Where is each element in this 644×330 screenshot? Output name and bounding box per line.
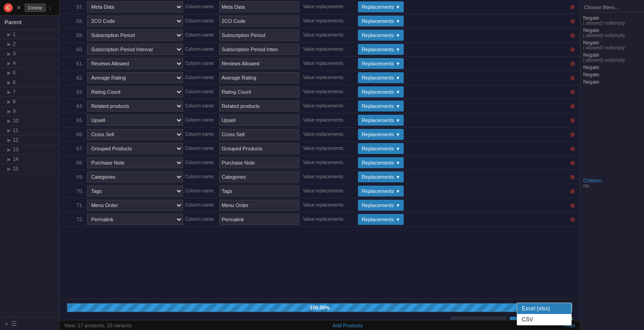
- sidebar-item[interactable]: ▶15: [0, 164, 59, 174]
- close-tab-button[interactable]: ✕: [16, 5, 21, 11]
- sidebar-item[interactable]: ▶6: [0, 78, 59, 87]
- field-select-4[interactable]: Reviews Allowed: [87, 58, 183, 69]
- column-name-input-5[interactable]: [219, 72, 299, 83]
- replacements-button-15[interactable]: Replacements ▼: [358, 214, 404, 225]
- add-products-link[interactable]: Add Products: [333, 323, 363, 328]
- column-name-input-2[interactable]: [219, 30, 299, 41]
- sidebar-item[interactable]: ▶13: [0, 145, 59, 154]
- sidebar-item[interactable]: ▶10: [0, 116, 59, 126]
- drag-handle-icon[interactable]: ::: [62, 188, 65, 194]
- field-select-2[interactable]: Subscription Period: [87, 30, 183, 41]
- field-select-10[interactable]: Grouped Products: [87, 143, 183, 154]
- sidebar-item[interactable]: ▶4: [0, 59, 59, 68]
- drag-handle-icon[interactable]: ::: [62, 202, 65, 208]
- sidebar-item[interactable]: ▶1: [0, 30, 59, 39]
- sidebar-item[interactable]: ▶3: [0, 49, 59, 59]
- field-select-0[interactable]: Meta Data: [87, 1, 183, 12]
- delete-row-button-2[interactable]: ⊗: [568, 32, 577, 39]
- delete-button[interactable]: Delete: [25, 4, 46, 12]
- replacements-button-10[interactable]: Replacements ▼: [358, 143, 404, 154]
- replacements-button-3[interactable]: Replacements ▼: [358, 44, 404, 55]
- column-name-input-15[interactable]: [219, 214, 299, 225]
- delete-row-button-8[interactable]: ⊗: [568, 117, 577, 124]
- delete-row-button-7[interactable]: ⊗: [568, 102, 577, 110]
- drag-handle-icon[interactable]: ::: [62, 18, 65, 24]
- column-name-input-11[interactable]: [219, 157, 299, 168]
- column-name-input-13[interactable]: [219, 186, 299, 197]
- delete-row-button-4[interactable]: ⊗: [568, 60, 577, 67]
- drag-handle-icon[interactable]: ::: [62, 89, 65, 95]
- delete-row-button-0[interactable]: ⊗: [568, 3, 577, 11]
- delete-row-button-14[interactable]: ⊗: [568, 202, 577, 209]
- drag-handle-icon[interactable]: ::: [62, 217, 65, 222]
- field-select-14[interactable]: Menu Order: [87, 200, 183, 211]
- drag-handle-icon[interactable]: ::: [62, 103, 65, 109]
- field-select-8[interactable]: Upsell: [87, 115, 183, 126]
- drag-handle-icon[interactable]: ::: [62, 174, 65, 180]
- field-select-3[interactable]: Subscription Period Interval: [87, 44, 183, 55]
- delete-row-button-6[interactable]: ⊗: [568, 88, 577, 96]
- replacements-button-5[interactable]: Replacements ▼: [358, 72, 404, 83]
- dropdown-item-xlsx[interactable]: Excel (xlsx): [517, 303, 571, 314]
- replacements-button-4[interactable]: Replacements ▼: [358, 58, 404, 69]
- drag-handle-icon[interactable]: ::: [62, 117, 65, 123]
- replacements-button-0[interactable]: Replacements ▼: [358, 1, 404, 12]
- drag-handle-icon[interactable]: ::: [62, 32, 65, 38]
- column-name-input-10[interactable]: [219, 143, 299, 154]
- drag-handle-icon[interactable]: ::: [62, 160, 65, 165]
- drag-handle-icon[interactable]: ::: [62, 61, 65, 66]
- sidebar-item[interactable]: ▶7: [0, 87, 59, 97]
- delete-row-button-10[interactable]: ⊗: [568, 145, 577, 152]
- replacements-button-9[interactable]: Replacements ▼: [358, 129, 404, 140]
- column-name-input-14[interactable]: [219, 200, 299, 211]
- field-select-9[interactable]: Cross Sell: [87, 129, 183, 140]
- replacements-button-6[interactable]: Replacements ▼: [358, 86, 404, 97]
- drag-handle-icon[interactable]: ::: [62, 4, 65, 10]
- replacements-button-12[interactable]: Replacements ▼: [358, 171, 404, 182]
- sidebar-item[interactable]: ▶14: [0, 154, 59, 164]
- delete-row-button-15[interactable]: ⊗: [568, 216, 577, 223]
- replacements-button-8[interactable]: Replacements ▼: [358, 115, 404, 126]
- column-name-input-1[interactable]: [219, 16, 299, 27]
- column-name-input-9[interactable]: [219, 129, 299, 140]
- sidebar-item[interactable]: ▶11: [0, 126, 59, 135]
- column-name-input-0[interactable]: [219, 1, 299, 12]
- sidebar-item[interactable]: ▶9: [0, 106, 59, 116]
- replacements-button-11[interactable]: Replacements ▼: [358, 157, 404, 168]
- replacements-button-13[interactable]: Replacements ▼: [358, 186, 404, 197]
- delete-row-button-12[interactable]: ⊗: [568, 173, 577, 181]
- delete-row-button-9[interactable]: ⊗: [568, 131, 577, 138]
- field-select-5[interactable]: Average Rating: [87, 72, 183, 83]
- field-select-11[interactable]: Purchase Note: [87, 157, 183, 168]
- sidebar-item[interactable]: ▶12: [0, 135, 59, 145]
- drag-handle-icon[interactable]: ::: [62, 75, 65, 80]
- delete-row-button-5[interactable]: ⊗: [568, 74, 577, 81]
- replacements-button-14[interactable]: Replacements ▼: [358, 200, 404, 211]
- column-name-input-6[interactable]: [219, 86, 299, 97]
- replacements-button-2[interactable]: Replacements ▼: [358, 30, 404, 41]
- field-select-7[interactable]: Related products: [87, 101, 183, 112]
- drag-handle-icon[interactable]: ::: [62, 47, 65, 52]
- drag-handle-icon[interactable]: ::: [62, 132, 65, 137]
- delete-row-button-11[interactable]: ⊗: [568, 159, 577, 166]
- add-item-button[interactable]: +: [5, 320, 8, 327]
- column-name-input-4[interactable]: [219, 58, 299, 69]
- column-name-input-3[interactable]: [219, 44, 299, 55]
- delete-row-button-3[interactable]: ⊗: [568, 46, 577, 53]
- field-select-13[interactable]: Tags: [87, 186, 183, 197]
- list-view-button[interactable]: ☰: [11, 320, 17, 327]
- delete-row-button-1[interactable]: ⊗: [568, 17, 577, 25]
- field-select-6[interactable]: Rating Count: [87, 86, 183, 97]
- replacements-button-7[interactable]: Replacements ▼: [358, 101, 404, 112]
- column-name-input-12[interactable]: [219, 171, 299, 182]
- delete-row-button-13[interactable]: ⊗: [568, 187, 577, 195]
- sidebar-item[interactable]: ▶8: [0, 97, 59, 106]
- dropdown-item-csv[interactable]: CSV: [517, 314, 571, 325]
- column-name-input-8[interactable]: [219, 115, 299, 126]
- field-select-12[interactable]: Categories: [87, 171, 183, 182]
- column-name-input-7[interactable]: [219, 101, 299, 112]
- field-select-15[interactable]: Permalink: [87, 214, 183, 225]
- sidebar-item[interactable]: ▶5: [0, 68, 59, 78]
- replacements-button-1[interactable]: Replacements ▼: [358, 16, 404, 27]
- field-select-1[interactable]: 2CO Code: [87, 16, 183, 27]
